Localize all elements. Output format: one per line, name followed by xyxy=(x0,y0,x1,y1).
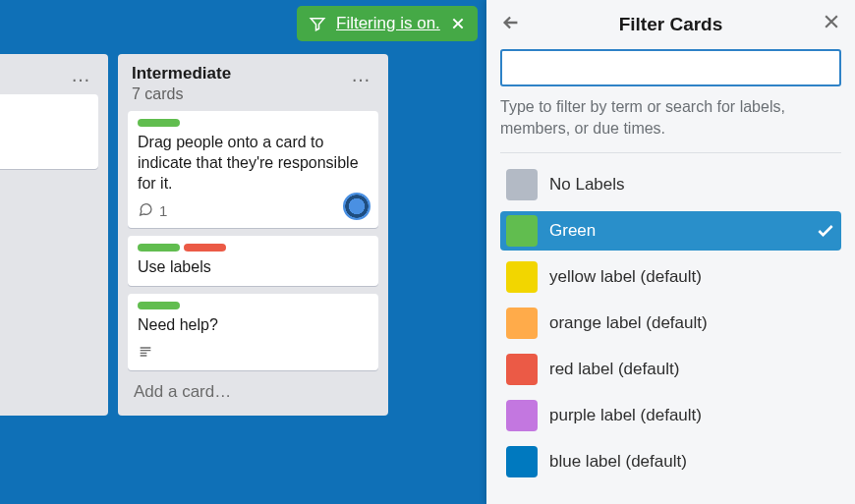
card-text: Drag people onto a card to indicate that… xyxy=(138,133,369,194)
list-menu-icon[interactable]: … xyxy=(347,64,374,86)
card[interactable]: Drag people onto a card to indicate that… xyxy=(128,111,378,228)
label-name: purple label (default) xyxy=(549,406,702,425)
label-chip xyxy=(138,244,180,252)
back-button[interactable] xyxy=(500,12,522,33)
divider xyxy=(500,152,841,153)
card[interactable]: . 3 xyxy=(0,94,98,169)
panel-header: Filter Cards xyxy=(486,0,855,49)
label-name: red label (default) xyxy=(549,360,679,379)
list-header: … xyxy=(0,64,98,86)
label-list: No LabelsGreenyellow label (default)oran… xyxy=(500,165,841,481)
comments-count: 1 xyxy=(159,202,167,219)
label-name: No Labels xyxy=(549,175,625,195)
filter-icon xyxy=(309,15,326,32)
card-footer: 3 xyxy=(0,144,88,161)
description-icon xyxy=(138,344,153,363)
card-footer xyxy=(138,344,369,363)
label-chip xyxy=(138,119,180,127)
label-swatch xyxy=(506,169,538,200)
close-icon[interactable] xyxy=(450,16,466,31)
list: … . 3 xyxy=(0,54,108,416)
card-text: . xyxy=(0,116,88,137)
label-chip xyxy=(138,302,180,309)
list: Intermediate 7 cards … Drag people onto … xyxy=(118,54,388,416)
label-swatch xyxy=(506,215,538,247)
label-row[interactable]: yellow label (default) xyxy=(500,257,841,297)
label-swatch xyxy=(506,261,538,293)
label-row[interactable]: purple label (default) xyxy=(500,396,841,435)
comment-icon xyxy=(138,201,153,220)
list-header: Intermediate 7 cards … xyxy=(128,64,378,103)
filter-panel: Filter Cards Type to filter by term or s… xyxy=(486,0,855,504)
search-hint: Type to filter by term or search for lab… xyxy=(500,96,841,139)
board: … . 3 Intermediate 7 cards … Drag people… xyxy=(0,54,388,416)
panel-body: Type to filter by term or search for lab… xyxy=(486,49,855,495)
panel-title: Filter Cards xyxy=(619,14,723,35)
label-name: Green xyxy=(549,221,596,241)
label-swatch xyxy=(506,308,538,339)
label-row[interactable]: No Labels xyxy=(500,165,841,204)
search-wrap xyxy=(500,49,841,86)
label-swatch xyxy=(506,354,538,385)
label-row[interactable]: orange label (default) xyxy=(500,304,841,343)
check-icon xyxy=(816,221,835,241)
card[interactable]: Use labels xyxy=(128,236,378,286)
label-row[interactable]: red label (default) xyxy=(500,350,841,389)
card-footer: 1 xyxy=(138,201,369,220)
card-text: Need help? xyxy=(138,315,369,336)
label-chip xyxy=(184,244,226,252)
add-card-button[interactable]: Add a card… xyxy=(128,378,378,406)
label-swatch xyxy=(506,400,538,431)
close-button[interactable] xyxy=(822,12,841,31)
label-name: orange label (default) xyxy=(549,313,708,333)
list-count: 7 cards xyxy=(132,85,231,103)
list-menu-icon[interactable]: … xyxy=(67,64,94,86)
search-input[interactable] xyxy=(500,49,841,86)
card-labels xyxy=(0,102,88,110)
filtering-banner: Filtering is on. xyxy=(297,6,478,41)
label-row[interactable]: Green xyxy=(500,211,841,251)
list-title[interactable]: Intermediate xyxy=(132,64,231,84)
label-name: yellow label (default) xyxy=(549,267,702,287)
label-name: blue label (default) xyxy=(549,452,687,472)
card[interactable]: Need help? xyxy=(128,294,378,370)
filtering-banner-text[interactable]: Filtering is on. xyxy=(336,14,440,33)
label-row[interactable]: blue label (default) xyxy=(500,442,841,481)
card-text: Use labels xyxy=(138,257,369,278)
label-swatch xyxy=(506,446,538,477)
